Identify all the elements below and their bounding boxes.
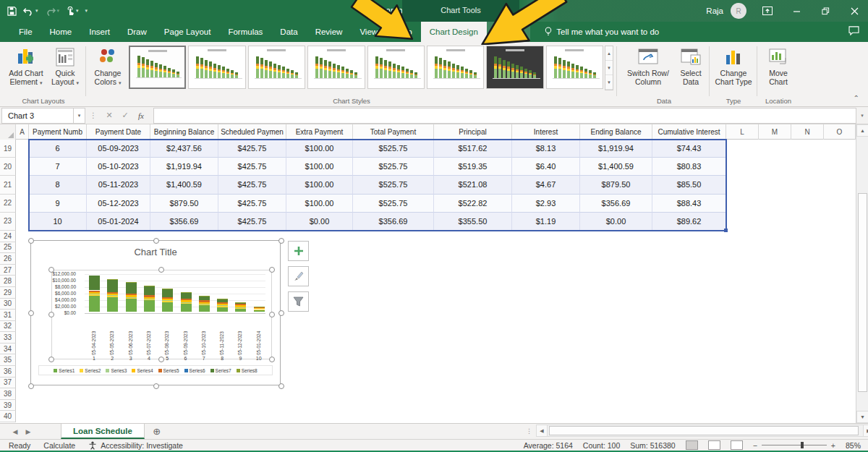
- empty-cell[interactable]: [726, 213, 759, 231]
- gallery-scroll-down-icon[interactable]: ▼: [605, 61, 613, 75]
- table-cell[interactable]: 05-10-2023: [87, 158, 150, 176]
- table-cell[interactable]: $356.69: [353, 213, 434, 231]
- empty-cell[interactable]: [759, 213, 791, 231]
- restore-button[interactable]: [817, 3, 833, 19]
- legend-item-series3[interactable]: Series3: [106, 368, 127, 373]
- formula-bar-expand-icon[interactable]: ▾: [856, 108, 868, 124]
- legend-item-series6[interactable]: Series6: [184, 368, 205, 373]
- table-cell[interactable]: $0.00: [286, 213, 353, 231]
- y-axis-tick-label[interactable]: $10,000.00: [33, 278, 76, 283]
- empty-cell[interactable]: [824, 176, 856, 194]
- vertical-scroll-thumb[interactable]: [858, 193, 867, 392]
- table-cell[interactable]: $522.82: [434, 195, 512, 213]
- stacked-bar[interactable]: [89, 276, 100, 312]
- bar-segment-series2[interactable]: [254, 310, 265, 311]
- chart-legend[interactable]: Series1Series2Series3Series4Series5Serie…: [38, 365, 273, 375]
- legend-item-series2[interactable]: Series2: [80, 368, 101, 373]
- avatar[interactable]: R: [731, 3, 746, 19]
- tab-view[interactable]: View: [351, 22, 386, 42]
- bar-segment-series7[interactable]: [217, 299, 228, 302]
- chart-selection-handle[interactable]: [278, 383, 284, 389]
- x-axis-date-label[interactable]: 05-10-2023: [201, 316, 206, 355]
- cell-a[interactable]: [16, 195, 29, 213]
- stacked-bar[interactable]: [254, 307, 265, 312]
- tabbar-splitter[interactable]: ⋮: [526, 427, 532, 435]
- zoom-slider[interactable]: − +: [753, 441, 835, 450]
- chart-style-thumbnail-5[interactable]: [367, 46, 425, 89]
- table-cell[interactable]: $525.75: [353, 195, 434, 213]
- table-cell[interactable]: 05-12-2023: [87, 195, 150, 213]
- table-cell[interactable]: $100.00: [286, 140, 353, 158]
- ribbon-display-options-icon[interactable]: [760, 3, 775, 19]
- switch-row-column-button[interactable]: Switch Row/ Column: [622, 45, 674, 86]
- stacked-bar[interactable]: [162, 289, 173, 312]
- select-data-button[interactable]: Select Data: [676, 45, 706, 86]
- bar-segment-series4[interactable]: [235, 305, 246, 307]
- redo-dropdown-icon[interactable]: ▾: [57, 8, 60, 14]
- stacked-bar[interactable]: [199, 296, 210, 312]
- row-header-40[interactable]: 40: [0, 411, 16, 422]
- tab-data[interactable]: Data: [271, 22, 306, 42]
- stacked-bar[interactable]: [217, 299, 228, 312]
- collapse-ribbon-icon[interactable]: ⌃: [854, 94, 859, 102]
- table-cell[interactable]: $355.50: [434, 213, 512, 231]
- redo-icon[interactable]: ▾: [45, 7, 60, 16]
- bar-segment-series4[interactable]: [107, 294, 118, 295]
- bar-segment-series7[interactable]: [199, 296, 210, 300]
- legend-item-series4[interactable]: Series4: [132, 368, 153, 373]
- bar-segment-series1[interactable]: [126, 299, 137, 312]
- table-cell[interactable]: $89.62: [652, 213, 726, 231]
- bar-segment-series5[interactable]: [162, 297, 173, 299]
- bar-segment-series5[interactable]: [217, 302, 228, 304]
- bar-segment-series5[interactable]: [254, 307, 265, 308]
- row-header-28[interactable]: 28: [0, 276, 16, 287]
- table-cell[interactable]: 05-01-2024: [87, 213, 150, 231]
- row-header-22[interactable]: 22: [0, 195, 16, 213]
- bar-segment-series7[interactable]: [89, 276, 100, 290]
- save-icon[interactable]: [7, 7, 17, 16]
- plot-selection-handle[interactable]: [48, 267, 54, 273]
- cell-a[interactable]: [16, 213, 29, 231]
- horizontal-scroll-track[interactable]: [548, 425, 863, 437]
- tab-home[interactable]: Home: [41, 22, 81, 42]
- zoom-track[interactable]: [762, 445, 827, 445]
- row-header-35[interactable]: 35: [0, 354, 16, 366]
- move-chart-button[interactable]: Move Chart: [761, 45, 796, 86]
- bar-segment-series4[interactable]: [181, 300, 192, 302]
- chart-object[interactable]: Chart Title Series1Series2Series3Series4…: [30, 240, 281, 385]
- column-header-o[interactable]: O: [824, 124, 856, 140]
- table-cell[interactable]: $425.75: [218, 140, 286, 158]
- tab-help[interactable]: Help: [386, 22, 421, 42]
- table-cell[interactable]: $88.43: [652, 195, 726, 213]
- table-cell[interactable]: 7: [29, 158, 87, 176]
- table-cell[interactable]: $519.35: [434, 158, 512, 176]
- table-cell[interactable]: $879.50: [150, 195, 218, 213]
- bar-segment-series5[interactable]: [181, 299, 192, 300]
- sheet-nav-right-icon[interactable]: ▶: [22, 424, 35, 439]
- touch-mode-icon[interactable]: ▾: [66, 7, 79, 16]
- table-cell[interactable]: $80.83: [652, 158, 726, 176]
- status-calculate[interactable]: Calculate: [43, 441, 75, 450]
- table-cell[interactable]: $4.67: [512, 176, 580, 194]
- row-header-38[interactable]: 38: [0, 388, 16, 400]
- row-header-25[interactable]: 25: [0, 242, 16, 254]
- touch-mode-dropdown-icon[interactable]: ▾: [76, 8, 79, 14]
- cancel-formula-icon[interactable]: ✕: [101, 111, 117, 120]
- bar-segment-series1[interactable]: [199, 305, 210, 312]
- undo-dropdown-icon[interactable]: ▾: [35, 8, 38, 14]
- row-header-34[interactable]: 34: [0, 344, 16, 355]
- customize-qat-icon[interactable]: ▾: [85, 8, 88, 14]
- plot-selection-handle[interactable]: [269, 357, 275, 362]
- chart-selection-handle[interactable]: [28, 383, 34, 389]
- empty-cell[interactable]: [726, 158, 759, 176]
- tab-draw[interactable]: Draw: [119, 22, 156, 42]
- row-header-24[interactable]: 24: [0, 231, 16, 242]
- page-layout-view-icon[interactable]: [708, 440, 720, 450]
- table-cell[interactable]: $2,437.56: [150, 140, 218, 158]
- add-chart-element-button[interactable]: Add Chart Element ▾: [6, 45, 46, 88]
- bar-segment-series1[interactable]: [181, 304, 192, 312]
- bar-segment-series5[interactable]: [126, 294, 137, 295]
- column-header-m[interactable]: M: [759, 124, 791, 140]
- column-header-scheduled-paymen[interactable]: Scheduled Paymen: [218, 124, 286, 140]
- row-header-20[interactable]: 20: [0, 158, 16, 176]
